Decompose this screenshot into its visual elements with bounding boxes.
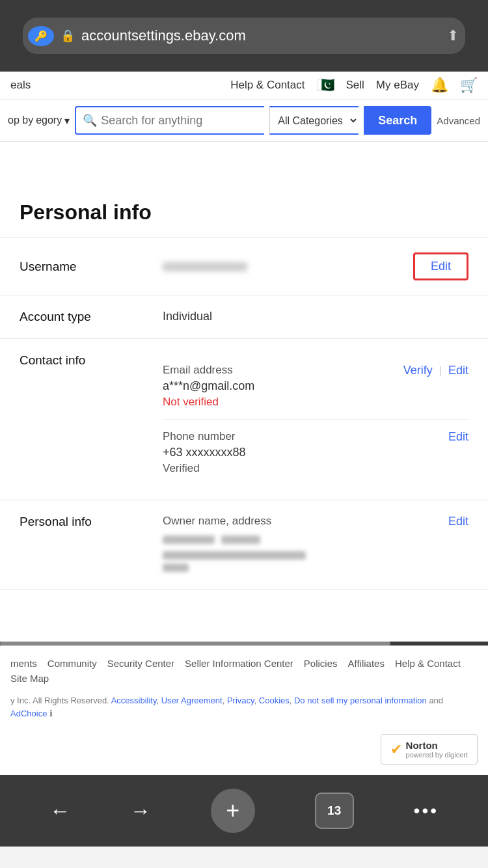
chevron-down-icon: ▾ (64, 115, 70, 127)
email-actions: Verify | Edit (403, 364, 468, 377)
copyright-text: y Inc. All Rights Reserved. (10, 696, 109, 705)
lock-icon: 🔒 (61, 29, 75, 43)
url-bar[interactable]: 🔑 🔒 accountsettings.ebay.com ⬆ (23, 18, 465, 54)
footer-link-policies[interactable]: Policies (304, 658, 338, 669)
username-row: Username Edit ▲ (0, 238, 488, 295)
contact-sub-section: Email address a***n@gmail.com Not verifi… (163, 353, 468, 485)
footer-link-help[interactable]: Help & Contact (395, 658, 461, 669)
main-content: Personal info Username Edit ▲ Account ty… (0, 181, 488, 642)
tabs-button[interactable]: 13 (315, 793, 354, 829)
account-type-label: Account type (20, 310, 163, 324)
contact-info-label: Contact info (20, 353, 163, 368)
accessibility-link[interactable]: Accessibility (111, 696, 157, 705)
phone-verified-status: Verified (163, 462, 246, 475)
search-bar-row: op by egory ▾ 🔍 All Categories Search Ad… (0, 100, 488, 142)
personal-info-section: Owner name, address Edit (163, 515, 468, 575)
privacy-link[interactable]: Privacy (227, 696, 254, 705)
edit-highlight: Edit (413, 252, 468, 280)
advanced-search-link[interactable]: Advanced (437, 115, 480, 126)
page-title: Personal info (20, 200, 468, 224)
personal-sub-label: Owner name, address (163, 515, 306, 528)
do-not-sell-link[interactable]: Do not sell my personal information (294, 696, 427, 705)
email-not-verified-status: Not verified (163, 396, 254, 409)
adchoice-link[interactable]: AdChoice (10, 709, 47, 718)
bottom-browser-nav: ← → + 13 ••• (0, 775, 488, 847)
search-button[interactable]: Search (364, 106, 431, 135)
norton-label: Norton (406, 740, 468, 751)
cart-icon[interactable]: 🛒 (460, 77, 478, 94)
footer-link-security[interactable]: Security Center (107, 658, 174, 669)
footer-link-community[interactable]: Community (47, 658, 97, 669)
url-text: accountsettings.ebay.com (81, 27, 246, 44)
page-title-section: Personal info (0, 181, 488, 238)
norton-check-icon: ✔ (390, 741, 402, 758)
red-arrow-icon: ▲ (479, 262, 488, 290)
sell-link[interactable]: Sell (346, 79, 364, 92)
edit-link-username-highlight[interactable]: Edit (431, 260, 451, 273)
footer-links: ments Community Security Center Seller I… (0, 645, 488, 689)
verify-email-link[interactable]: Verify (403, 364, 433, 377)
phone-sub-row: Phone number +63 xxxxxxxx88 Verified Edi… (163, 420, 468, 485)
contact-info-row: Contact info Email address a***n@gmail.c… (0, 339, 488, 500)
shop-by-label: op by (8, 115, 33, 126)
search-input-container[interactable]: 🔍 (75, 106, 264, 135)
shop-by-dropdown[interactable]: op by egory ▾ (8, 115, 70, 127)
phone-value: +63 xxxxxxxx88 (163, 446, 246, 459)
edit-email-link[interactable]: Edit (448, 364, 468, 377)
browser-chrome: 🔑 🔒 accountsettings.ebay.com ⬆ (0, 0, 488, 72)
back-button[interactable]: ← (49, 799, 70, 823)
search-magnifier-icon: 🔍 (83, 113, 97, 128)
account-type-row: Account type Individual (0, 295, 488, 339)
email-sub-label: Email address (163, 364, 254, 377)
norton-badge-section: ✔ Norton powered by digicert (0, 729, 488, 775)
username-label: Username (20, 260, 163, 274)
username-value (163, 262, 247, 271)
content-spacer (0, 590, 488, 642)
phone-actions: Edit (448, 430, 468, 444)
help-link[interactable]: Help & Contact (230, 79, 305, 92)
norton-badge: ✔ Norton powered by digicert (381, 734, 478, 765)
norton-sub: powered by digicert (406, 751, 468, 759)
edit-personal-info-link[interactable]: Edit (448, 515, 468, 528)
search-input[interactable] (101, 114, 258, 128)
footer-link-ments[interactable]: ments (10, 658, 37, 669)
email-sub-row: Email address a***n@gmail.com Not verifi… (163, 353, 468, 420)
personal-info-row: Personal info Owner name, address Edit (0, 500, 488, 590)
footer-link-affiliates[interactable]: Affiliates (348, 658, 385, 669)
user-agreement-link[interactable]: User Agreement (161, 696, 223, 705)
new-tab-button[interactable]: + (211, 789, 255, 833)
footer-link-seller-info[interactable]: Seller Information Center (185, 658, 293, 669)
page-gap (0, 142, 488, 181)
forward-button[interactable]: → (130, 799, 151, 823)
edit-phone-link[interactable]: Edit (448, 430, 468, 444)
flag-icon: 🇵🇰 (317, 77, 334, 94)
key-icon: 🔑 (28, 26, 54, 46)
phone-sub-label: Phone number (163, 430, 246, 443)
top-nav: eals Help & Contact 🇵🇰 Sell My eBay 🔔 🛒 (0, 72, 488, 100)
category-select[interactable]: All Categories (269, 106, 359, 135)
account-type-value: Individual (163, 310, 212, 323)
footer-link-sitemap[interactable]: Site Map (10, 673, 49, 684)
email-value: a***n@gmail.com (163, 379, 254, 393)
shop-by-category: egory (36, 115, 62, 126)
myebay-link[interactable]: My eBay (376, 79, 419, 92)
footer-copyright: y Inc. All Rights Reserved. Accessibilit… (0, 689, 488, 729)
share-icon[interactable]: ⬆ (447, 27, 459, 44)
cookies-link[interactable]: Cookies (259, 696, 290, 705)
more-options-button[interactable]: ••• (414, 800, 439, 821)
personal-info-label: Personal info (20, 515, 163, 529)
deals-link[interactable]: eals (10, 79, 31, 92)
notification-bell-icon[interactable]: 🔔 (431, 77, 448, 94)
